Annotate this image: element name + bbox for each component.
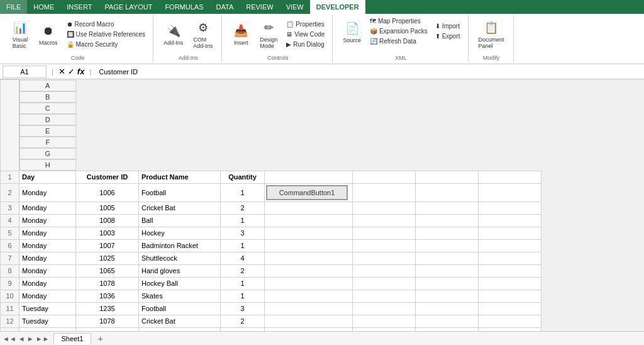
- cell-b5[interactable]: 1003: [76, 227, 139, 239]
- cell-h12[interactable]: [479, 315, 541, 327]
- cell-f2[interactable]: [353, 183, 416, 201]
- cell-d2[interactable]: 1: [221, 183, 265, 201]
- cell-c5[interactable]: Hockey: [139, 227, 221, 239]
- cell-d7[interactable]: 4: [221, 252, 265, 264]
- cell-c4[interactable]: Ball: [139, 214, 221, 227]
- ribbon-tab-page-layout[interactable]: PAGE LAYOUT: [98, 0, 158, 14]
- map-properties-button[interactable]: 🗺 Map Properties: [367, 16, 430, 26]
- cell-b6[interactable]: 1007: [76, 239, 139, 252]
- cell-a4[interactable]: Monday: [19, 214, 76, 227]
- cell-h1[interactable]: [479, 171, 541, 183]
- cell-b1[interactable]: Customer ID: [76, 171, 139, 183]
- col-header-H[interactable]: H: [19, 159, 76, 171]
- function-icon[interactable]: fx: [77, 67, 85, 76]
- cell-f8[interactable]: [353, 264, 416, 277]
- col-header-E[interactable]: E: [19, 125, 76, 137]
- cell-b2[interactable]: 1006: [76, 183, 139, 201]
- cell-b7[interactable]: 1025: [76, 252, 139, 264]
- cell-a2[interactable]: Monday: [19, 183, 76, 201]
- macros-button[interactable]: ⏺ Macros: [35, 20, 62, 48]
- refresh-data-button[interactable]: 🔄 Refresh Data: [367, 37, 430, 46]
- cell-g10[interactable]: [416, 290, 479, 302]
- cell-h8[interactable]: [479, 264, 541, 277]
- cell-e6[interactable]: [265, 239, 353, 252]
- cell-d6[interactable]: 1: [221, 239, 265, 252]
- cell-b8[interactable]: 1065: [76, 264, 139, 277]
- cell-c12[interactable]: Cricket Bat: [139, 315, 221, 327]
- cell-b4[interactable]: 1008: [76, 214, 139, 227]
- cell-b9[interactable]: 1078: [76, 277, 139, 290]
- col-header-B[interactable]: B: [19, 91, 76, 103]
- col-header-A[interactable]: A: [19, 80, 76, 91]
- cell-g4[interactable]: [416, 214, 479, 227]
- col-header-D[interactable]: D: [19, 114, 76, 125]
- cancel-icon[interactable]: ✕: [58, 67, 65, 76]
- cell-f3[interactable]: [353, 201, 416, 214]
- add-sheet-button[interactable]: +: [92, 332, 108, 345]
- cell-c6[interactable]: Badminton Racket: [139, 239, 221, 252]
- import-button[interactable]: ⬇ Import: [433, 21, 463, 31]
- cell-h10[interactable]: [479, 290, 541, 302]
- ribbon-tab-formulas[interactable]: FORMULAS: [158, 0, 209, 14]
- cell-g12[interactable]: [416, 315, 479, 327]
- cell-c1[interactable]: Product Name: [139, 171, 221, 183]
- cell-h4[interactable]: [479, 214, 541, 227]
- cell-a5[interactable]: Monday: [19, 227, 76, 239]
- cell-f7[interactable]: [353, 252, 416, 264]
- cell-a9[interactable]: Monday: [19, 277, 76, 290]
- cell-f9[interactable]: [353, 277, 416, 290]
- relative-references-button[interactable]: 🔲 Use Relative References: [64, 30, 148, 39]
- cell-f11[interactable]: [353, 302, 416, 315]
- cell-h9[interactable]: [479, 277, 541, 290]
- cell-h11[interactable]: [479, 302, 541, 315]
- ribbon-tab-data[interactable]: DATA: [210, 0, 240, 14]
- insert-button[interactable]: 📥 Insert: [228, 20, 253, 48]
- cell-a11[interactable]: Tuesday: [19, 302, 76, 315]
- cell-a10[interactable]: Monday: [19, 290, 76, 302]
- ribbon-tab-file[interactable]: FILE: [0, 0, 27, 14]
- cell-d10[interactable]: 1: [221, 290, 265, 302]
- sheet-tab-sheet1[interactable]: Sheet1: [53, 333, 92, 344]
- sheet-nav-arrows[interactable]: ◄◄ ◄ ► ►►: [3, 335, 50, 342]
- cell-g2[interactable]: [416, 183, 479, 201]
- cell-e5[interactable]: [265, 227, 353, 239]
- cell-h7[interactable]: [479, 252, 541, 264]
- document-panel-button[interactable]: 📋 DocumentPanel: [475, 16, 508, 52]
- cell-d9[interactable]: 1: [221, 277, 265, 290]
- cell-e10[interactable]: [265, 290, 353, 302]
- properties-button[interactable]: 📋 Properties: [284, 20, 327, 29]
- cell-a1[interactable]: Day: [19, 171, 76, 183]
- cell-f1[interactable]: [353, 171, 416, 183]
- cell-h3[interactable]: [479, 201, 541, 214]
- cell-b11[interactable]: 1235: [76, 302, 139, 315]
- cell-d1[interactable]: Quantity: [221, 171, 265, 183]
- cell-e3[interactable]: [265, 201, 353, 214]
- cell-f10[interactable]: [353, 290, 416, 302]
- ribbon-tab-developer[interactable]: DEVELOPER: [310, 0, 365, 14]
- cell-f5[interactable]: [353, 227, 416, 239]
- cell-d3[interactable]: 2: [221, 201, 265, 214]
- name-box[interactable]: [3, 65, 47, 78]
- cell-d11[interactable]: 3: [221, 302, 265, 315]
- cell-g7[interactable]: [416, 252, 479, 264]
- ribbon-tab-home[interactable]: HOME: [27, 0, 60, 14]
- cell-d8[interactable]: 2: [221, 264, 265, 277]
- cell-e1[interactable]: [265, 171, 353, 183]
- source-button[interactable]: 📄 Source: [339, 17, 365, 46]
- col-header-G[interactable]: G: [19, 148, 76, 159]
- ribbon-tab-insert[interactable]: INSERT: [60, 0, 98, 14]
- ribbon-tab-view[interactable]: VIEW: [280, 0, 310, 14]
- cell-e9[interactable]: [265, 277, 353, 290]
- cell-d4[interactable]: 1: [221, 214, 265, 227]
- cell-b12[interactable]: 1078: [76, 315, 139, 327]
- cell-h2[interactable]: [479, 183, 541, 201]
- cell-g9[interactable]: [416, 277, 479, 290]
- macro-security-button[interactable]: 🔒 Macro Security: [64, 40, 148, 49]
- cell-d5[interactable]: 3: [221, 227, 265, 239]
- cell-c9[interactable]: Hockey Ball: [139, 277, 221, 290]
- view-code-button[interactable]: 🖥 View Code: [284, 30, 327, 39]
- cell-c8[interactable]: Hand gloves: [139, 264, 221, 277]
- cell-c7[interactable]: Shuttlecock: [139, 252, 221, 264]
- formula-input[interactable]: [96, 68, 641, 76]
- com-addins-button[interactable]: ⚙ COMAdd-Ins: [189, 16, 216, 52]
